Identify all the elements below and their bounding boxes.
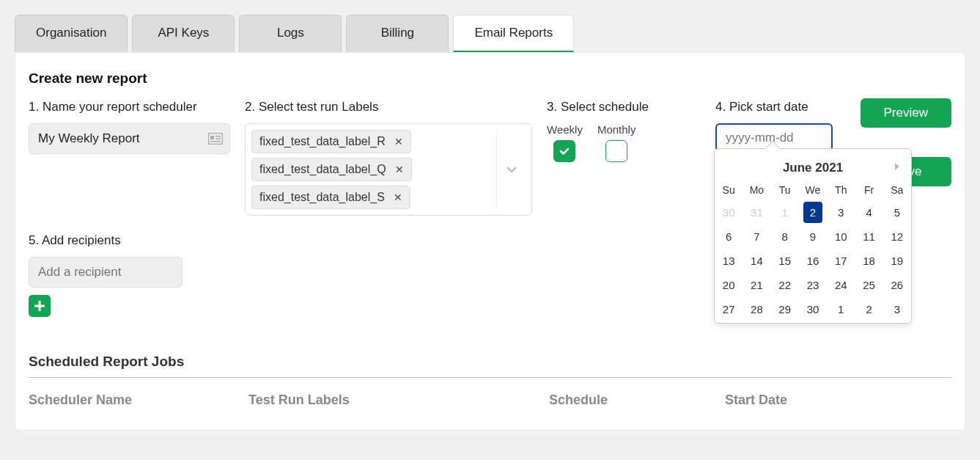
calendar-next-icon[interactable]	[894, 161, 901, 175]
tag-text: fixed_test_data_label_S	[259, 191, 385, 204]
divider	[29, 377, 951, 378]
tag-text: fixed_test_data_label_Q	[259, 163, 386, 176]
calendar-day[interactable]: 31	[743, 200, 770, 224]
preview-button[interactable]: Preview	[861, 98, 951, 128]
calendar-day[interactable]: 22	[771, 273, 799, 297]
calendar-dow: Mo	[743, 180, 770, 200]
monthly-label: Monthly	[597, 123, 636, 136]
weekly-label: Weekly	[547, 123, 583, 136]
tab-billing[interactable]: Billing	[346, 15, 449, 52]
check-icon	[559, 145, 570, 157]
remove-tag-icon[interactable]: ✕	[395, 164, 404, 175]
calendar-day[interactable]: 6	[715, 224, 743, 249]
label-tag: fixed_test_data_label_Q ✕	[251, 158, 412, 181]
tag-text: fixed_test_data_label_R	[259, 135, 386, 148]
calendar-day[interactable]: 5	[883, 200, 911, 224]
col-schedule: Schedule	[549, 393, 710, 408]
tags-area: fixed_test_data_label_R ✕ fixed_test_dat…	[251, 130, 490, 209]
tab-email-reports[interactable]: Email Reports	[453, 15, 574, 52]
calendar-day[interactable]: 18	[855, 249, 883, 273]
calendar-day[interactable]: 30	[799, 297, 827, 321]
calendar-day[interactable]: 30	[715, 200, 743, 224]
chevron-down-icon[interactable]	[496, 130, 526, 209]
labels-multiselect[interactable]: fixed_test_data_label_R ✕ fixed_test_dat…	[245, 123, 532, 216]
calendar-day[interactable]: 9	[799, 224, 827, 249]
step1-label: 1. Name your report scheduler	[29, 100, 230, 114]
scheduler-name-input[interactable]	[29, 123, 230, 154]
calendar-day[interactable]: 4	[855, 200, 883, 224]
step2-label: 2. Select test run Labels	[245, 100, 532, 114]
calendar-day[interactable]: 24	[827, 273, 855, 297]
svg-rect-3	[215, 139, 221, 140]
plus-icon	[33, 299, 46, 313]
calendar-day[interactable]: 29	[771, 297, 799, 321]
remove-tag-icon[interactable]: ✕	[394, 191, 402, 203]
calendar-day[interactable]: 2	[803, 202, 822, 223]
col-start-date: Start Date	[725, 393, 872, 408]
calendar-day[interactable]: 13	[715, 249, 743, 273]
calendar-day[interactable]: 11	[855, 224, 883, 249]
calendar-day[interactable]: 20	[715, 273, 743, 297]
date-picker-popup: June 2021 SuMoTuWeThFrSa3031123456789101…	[714, 148, 912, 324]
svg-rect-4	[210, 141, 221, 142]
calendar-day[interactable]: 17	[827, 249, 855, 273]
col-scheduler-name: Scheduler Name	[29, 393, 234, 408]
calendar-dow: Th	[827, 180, 855, 200]
monthly-checkbox[interactable]	[605, 140, 627, 162]
svg-rect-1	[210, 136, 214, 139]
calendar-day[interactable]: 3	[883, 297, 911, 321]
calendar-day[interactable]: 25	[855, 273, 883, 297]
weekly-checkbox[interactable]	[553, 140, 575, 162]
remove-tag-icon[interactable]: ✕	[394, 136, 403, 147]
add-recipient-button[interactable]	[29, 295, 51, 317]
id-card-icon	[208, 133, 223, 145]
calendar-day[interactable]: 21	[743, 273, 770, 297]
calendar-day[interactable]: 12	[883, 224, 911, 249]
calendar-day[interactable]: 2	[855, 297, 883, 321]
step5-label: 5. Add recipients	[29, 233, 230, 248]
step3-label: 3. Select schedule	[547, 100, 701, 114]
calendar-grid: SuMoTuWeThFrSa30311234567891011121314151…	[715, 180, 911, 321]
label-tag: fixed_test_data_label_S ✕	[251, 186, 410, 209]
calendar-dow: Sa	[883, 180, 911, 200]
step4-label: 4. Pick start date	[715, 100, 869, 114]
calendar-day[interactable]: 1	[827, 297, 855, 321]
calendar-dow: Tu	[771, 180, 799, 200]
jobs-table-header: Scheduler Name Test Run Labels Schedule …	[29, 393, 951, 408]
calendar-day[interactable]: 15	[771, 249, 799, 273]
svg-rect-6	[34, 305, 45, 307]
label-tag: fixed_test_data_label_R ✕	[251, 130, 411, 153]
calendar-day[interactable]: 28	[743, 297, 770, 321]
calendar-title: June 2021	[783, 161, 843, 175]
calendar-dow: We	[799, 180, 827, 200]
calendar-day[interactable]: 26	[883, 273, 911, 297]
tab-logs[interactable]: Logs	[239, 15, 342, 52]
panel-email-reports: Create new report 1. Name your report sc…	[15, 52, 965, 431]
recipient-input[interactable]	[29, 257, 183, 288]
calendar-day[interactable]: 27	[715, 297, 743, 321]
tab-api-keys[interactable]: API Keys	[132, 15, 235, 52]
calendar-day[interactable]: 19	[883, 249, 911, 273]
calendar-dow: Su	[715, 180, 743, 200]
calendar-day[interactable]: 8	[771, 224, 799, 249]
col-test-run-labels: Test Run Labels	[248, 393, 534, 408]
page-title: Create new report	[29, 70, 951, 87]
calendar-day[interactable]: 14	[743, 249, 770, 273]
calendar-day[interactable]: 1	[771, 200, 799, 224]
calendar-day[interactable]: 16	[799, 249, 827, 273]
tab-bar: Organisation API Keys Logs Billing Email…	[15, 15, 965, 52]
calendar-day[interactable]: 10	[827, 224, 855, 249]
calendar-dow: Fr	[855, 180, 883, 200]
scheduled-jobs-title: Scheduled Report Jobs	[29, 354, 951, 370]
tab-organisation[interactable]: Organisation	[15, 15, 128, 52]
svg-rect-2	[215, 136, 221, 137]
calendar-day[interactable]: 3	[827, 200, 855, 224]
calendar-day[interactable]: 23	[799, 273, 827, 297]
calendar-day[interactable]: 7	[743, 224, 770, 249]
